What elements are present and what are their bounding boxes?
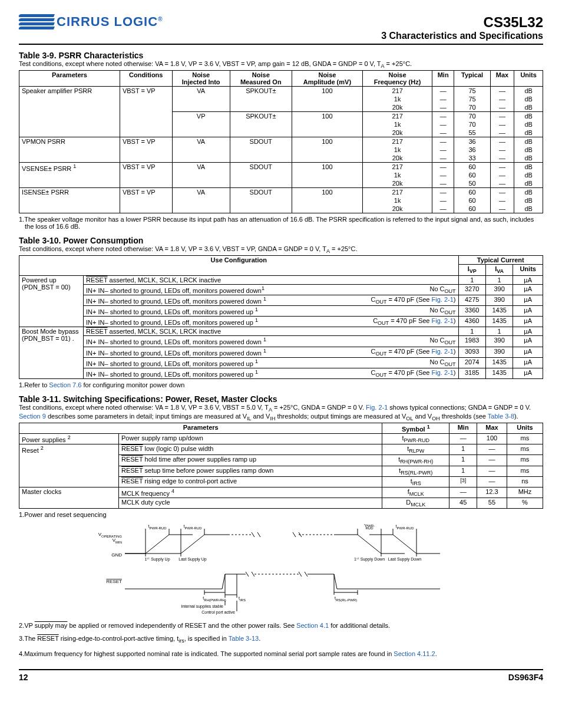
- link-section-4-11-2[interactable]: Section 4.11.2: [394, 650, 435, 657]
- table-3-9-conditions: Test conditions, except where noted othe…: [19, 60, 543, 69]
- link-table-3-13[interactable]: Table 3-13: [229, 635, 259, 642]
- svg-text:tRS(RL-PWR): tRS(RL-PWR): [335, 596, 357, 602]
- svg-text:GND: GND: [111, 552, 122, 558]
- table-3-9-note-1: 1.The speaker voltage monitor has a lowe…: [25, 216, 543, 230]
- table-3-10-title: Table 3-10. Power Consumption: [19, 236, 543, 245]
- timing-diagram: .lbl { font: 8px Arial; } .lbl-s { font:…: [75, 524, 487, 618]
- link-section-4-1[interactable]: Section 4.1: [296, 622, 329, 629]
- svg-text:VOPERATING: VOPERATING: [98, 532, 123, 538]
- svg-text:RUD: RUD: [366, 526, 374, 530]
- svg-text:1ˢᵗ Supply Up: 1ˢᵗ Supply Up: [144, 557, 170, 562]
- logo-waves-icon: [19, 14, 54, 29]
- page-number: 12: [19, 673, 28, 682]
- table-3-11-note-1: 1.Power and reset sequencing: [25, 511, 543, 518]
- table-3-9: ParametersConditionsNoiseInjected IntoNo…: [19, 70, 543, 213]
- logo: CIRRUS LOGIC®: [19, 14, 163, 29]
- svg-text:Internal supplies stable: Internal supplies stable: [181, 604, 223, 609]
- table-3-11-note-2: 2.VP supply may be applied or removed in…: [25, 622, 543, 629]
- table-3-10-note-1: 1.Refer to Section 7.6 for configuring m…: [25, 381, 543, 388]
- link-section-7-6[interactable]: Section 7.6: [49, 381, 81, 388]
- link-fig-2-1[interactable]: Fig. 2-1: [366, 404, 388, 411]
- table-3-10-conditions: Test conditions, except where noted othe…: [19, 245, 543, 254]
- svg-text:tPWR-RUD: tPWR-RUD: [396, 524, 415, 530]
- svg-text:Last Supply Down: Last Supply Down: [388, 557, 422, 562]
- table-3-11-conditions: Test conditions, except where noted othe…: [19, 404, 543, 421]
- svg-text:tPWR-RUD: tPWR-RUD: [184, 524, 203, 530]
- link-table-3-8[interactable]: Table 3-8: [488, 413, 514, 420]
- header-right: CS35L32 3 Characteristics and Specificat…: [381, 14, 543, 41]
- table-3-11-note-3: 3.The RESET rising-edge-to-control-port-…: [25, 635, 543, 644]
- svg-text:RESET: RESET: [106, 579, 122, 584]
- logo-text: CIRRUS LOGIC®: [57, 14, 163, 29]
- svg-text:Last Supply Up: Last Supply Up: [178, 557, 207, 562]
- page-header: CIRRUS LOGIC® CS35L32 3 Characteristics …: [19, 14, 543, 45]
- page-footer: 12 DS963F4: [19, 669, 543, 682]
- doc-title: CS35L32: [381, 14, 543, 31]
- svg-text:1ˢᵗ Supply Down: 1ˢᵗ Supply Down: [354, 557, 385, 562]
- table-3-11-note-4: 4.Maximum frequency for highest supporte…: [25, 650, 543, 657]
- svg-text:tIRS: tIRS: [239, 596, 246, 602]
- svg-text:tRH(PWR-RH): tRH(PWR-RH): [203, 596, 226, 602]
- svg-text:VMIN: VMIN: [113, 538, 122, 544]
- doc-id: DS963F4: [508, 673, 543, 682]
- table-3-11-title: Table 3-11. Switching Specifications: Po…: [19, 394, 543, 404]
- table-3-9-title: Table 3-9. PSRR Characteristics: [19, 51, 543, 60]
- doc-subtitle: 3 Characteristics and Specifications: [381, 31, 543, 41]
- svg-text:tPWR-RUD: tPWR-RUD: [148, 524, 167, 530]
- svg-text:Control port active: Control port active: [201, 610, 235, 615]
- table-3-11: ParametersSymbol 1MinMaxUnitsPower suppl…: [19, 423, 543, 509]
- table-3-10: Use ConfigurationTypical CurrentIVPIVAUn…: [19, 255, 543, 379]
- link-section-9[interactable]: Section 9: [19, 413, 46, 420]
